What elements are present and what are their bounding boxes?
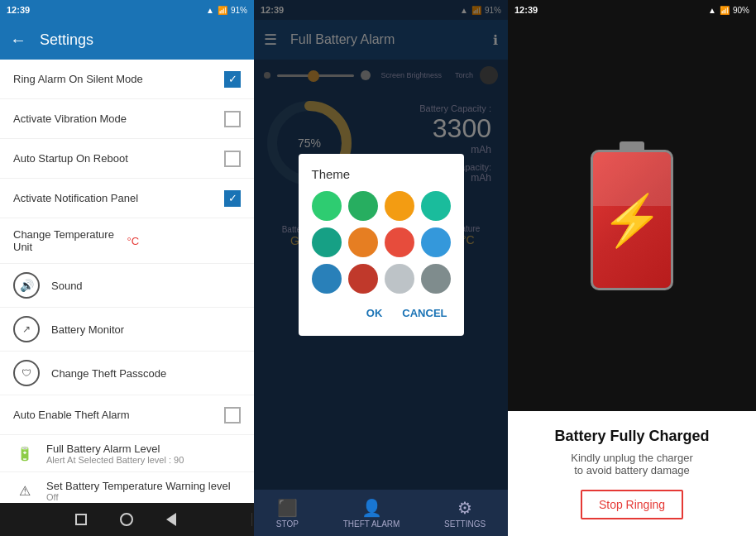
nav-theft-alarm[interactable]: 👤 THEFT ALARM — [343, 498, 400, 529]
color-teal-1[interactable] — [421, 191, 451, 221]
color-blue-2[interactable] — [312, 264, 342, 294]
battery-monitor-item[interactable]: ↗ Battery Monitor — [0, 308, 254, 352]
ring-alarm-item[interactable]: Ring Alarm On Silent Mode — [0, 60, 254, 99]
color-red-2[interactable] — [348, 264, 378, 294]
wifi-icon-charged: ▲ — [708, 6, 716, 15]
signal-icon: 📶 — [218, 6, 227, 15]
nav-settings-alarm[interactable]: ⚙ SETTINGS — [444, 498, 486, 529]
auto-startup-checkbox[interactable] — [224, 151, 241, 167]
theft-alarm-icon: 👤 — [343, 498, 400, 518]
battery-icon-charged: 90% — [733, 6, 749, 15]
battery-bolt-icon: ⚡ — [601, 190, 663, 249]
full-battery-subtitle: Alert At Selected Battery level : 90 — [46, 455, 184, 465]
full-battery-alarm-item[interactable]: 🔋 Full Battery Alarm Level Alert At Sele… — [0, 435, 254, 472]
color-gray-2[interactable] — [421, 264, 451, 294]
charged-subtitle-text: Kindly unplug the chargerto avoid batter… — [571, 452, 692, 476]
charged-card: Battery Fully Charged Kindly unplug the … — [508, 411, 756, 536]
battery-temp-subtitle: Off — [46, 492, 231, 502]
sound-icon: 🔊 — [13, 272, 40, 299]
warning-icon: ⚠ — [13, 479, 36, 502]
temp-unit-label: Change Temperature Unit — [13, 228, 127, 253]
theme-actions: OK CANCEL — [312, 304, 451, 323]
sound-item[interactable]: 🔊 Sound — [0, 264, 254, 308]
full-battery-row: 🔋 Full Battery Alarm Level Alert At Sele… — [13, 442, 241, 465]
full-battery-title: Full Battery Alarm Level — [46, 443, 184, 455]
full-battery-text: Full Battery Alarm Level Alert At Select… — [46, 443, 184, 465]
auto-theft-label: Auto Enable Theft Alarm — [13, 409, 224, 421]
battery-temp-text: Set Battery Temperature Warning level Of… — [46, 480, 231, 502]
battery-monitor-label: Battery Monitor — [51, 323, 124, 336]
temp-unit-item[interactable]: Change Temperature Unit °C — [0, 218, 254, 264]
theme-dialog: Theme — [299, 154, 464, 336]
theme-colors-grid — [312, 191, 451, 294]
theme-ok-button[interactable]: OK — [363, 304, 386, 323]
bottom-nav-alarm: ⬛ STOP 👤 THEFT ALARM ⚙ SETTINGS — [254, 490, 508, 536]
battery-body: ⚡ — [591, 150, 673, 290]
vibration-checkbox[interactable] — [224, 111, 241, 127]
square-nav-btn-1[interactable] — [75, 514, 87, 525]
theft-alarm-label: THEFT ALARM — [343, 519, 400, 529]
stop-icon: ⬛ — [276, 498, 299, 518]
circle-nav-btn-1[interactable] — [120, 513, 133, 526]
battery-icon-settings: 91% — [231, 6, 247, 15]
charged-title: Battery Fully Charged — [521, 428, 743, 445]
temp-unit-value: °C — [127, 235, 242, 247]
vibration-item[interactable]: Activate Vibration Mode — [0, 99, 254, 139]
notification-label: Activate Notification Panel — [13, 192, 224, 204]
panels-row: 12:39 ▲ 📶 91% ← Settings Ring Alarm On S… — [0, 0, 756, 503]
settings-list: Ring Alarm On Silent Mode Activate Vibra… — [0, 60, 254, 536]
time-settings: 12:39 — [7, 5, 30, 15]
settings-title: Settings — [40, 31, 93, 49]
battery-temp-title: Set Battery Temperature Warning level — [46, 480, 231, 492]
color-orange-2[interactable] — [348, 227, 378, 257]
battery-large-wrapper: ⚡ — [591, 141, 673, 290]
settings-label-alarm: SETTINGS — [444, 519, 486, 529]
auto-startup-item[interactable]: Auto Startup On Reboot — [0, 139, 254, 179]
theft-passcode-wrapper: 🛡 Change Theft Passcode — [13, 360, 166, 386]
stop-label: STOP — [276, 519, 299, 529]
notification-checkbox[interactable] — [224, 190, 241, 207]
panel-alarm: 12:39 ▲ 📶 91% ☰ Full Battery Alarm ℹ — [254, 0, 508, 536]
panel-settings: 12:39 ▲ 📶 91% ← Settings Ring Alarm On S… — [0, 0, 254, 536]
color-red-1[interactable] — [385, 227, 414, 257]
auto-theft-alarm-item[interactable]: Auto Enable Theft Alarm — [0, 395, 254, 435]
status-bar-charged: 12:39 ▲ 📶 90% — [508, 0, 756, 20]
status-icons-settings: ▲ 📶 91% — [206, 6, 247, 15]
theme-dialog-title: Theme — [312, 167, 451, 181]
time-charged: 12:39 — [514, 5, 538, 15]
battery-tip — [620, 141, 644, 150]
auto-startup-label: Auto Startup On Reboot — [13, 152, 224, 165]
color-green-1[interactable] — [312, 191, 342, 221]
color-orange-1[interactable] — [385, 191, 414, 221]
nav-stop[interactable]: ⬛ STOP — [276, 498, 299, 529]
theme-cancel-button[interactable]: CANCEL — [399, 304, 450, 323]
signal-icon-charged: 📶 — [720, 6, 730, 15]
nav-section-1 — [0, 513, 252, 526]
ring-alarm-checkbox[interactable] — [224, 71, 241, 88]
full-battery-icon: 🔋 — [13, 442, 36, 465]
notification-item[interactable]: Activate Notification Panel — [0, 179, 254, 218]
battery-temp-row: ⚠ Set Battery Temperature Warning level … — [13, 479, 241, 502]
ring-alarm-label: Ring Alarm On Silent Mode — [13, 73, 224, 85]
color-teal-2[interactable] — [312, 227, 342, 257]
color-green-2[interactable] — [348, 191, 378, 221]
color-gray-1[interactable] — [385, 264, 414, 294]
back-nav-btn-1[interactable] — [166, 513, 176, 526]
app-container: 12:39 ▲ 📶 91% ← Settings Ring Alarm On S… — [0, 0, 756, 536]
charged-subtitle: Kindly unplug the chargerto avoid batter… — [521, 452, 743, 476]
panel-charged: 12:39 ▲ 📶 90% ⚡ Battery Fully Charged — [508, 0, 756, 536]
theft-passcode-label: Change Theft Passcode — [51, 367, 166, 380]
battery-monitor-wrapper: ↗ Battery Monitor — [13, 316, 124, 342]
sound-label: Sound — [51, 280, 83, 292]
status-icons-charged: ▲ 📶 90% — [708, 6, 749, 15]
theft-passcode-item[interactable]: 🛡 Change Theft Passcode — [0, 352, 254, 395]
settings-header: ← Settings — [0, 20, 254, 60]
theme-dialog-overlay: Theme — [254, 0, 508, 490]
wifi-icon: ▲ — [206, 6, 214, 15]
stop-ringing-button[interactable]: Stop Ringing — [581, 490, 683, 519]
auto-theft-checkbox[interactable] — [224, 407, 241, 424]
settings-icon-alarm: ⚙ — [444, 498, 486, 518]
shield-icon: 🛡 — [13, 360, 40, 386]
color-blue-1[interactable] — [421, 227, 451, 257]
back-button[interactable]: ← — [10, 31, 26, 50]
